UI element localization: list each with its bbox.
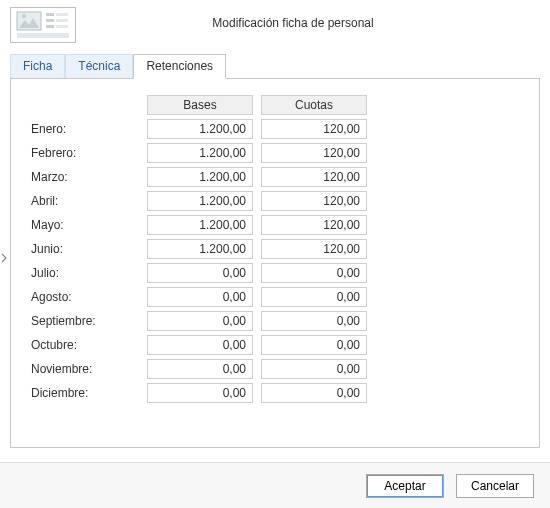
- cuotas-input[interactable]: [261, 335, 367, 355]
- svg-rect-9: [17, 33, 69, 38]
- cuotas-input[interactable]: [261, 167, 367, 187]
- month-label: Septiembre:: [31, 314, 147, 328]
- retenciones-panel: Bases Cuotas Enero:Febrero:Marzo:Abril:M…: [10, 78, 540, 448]
- cancel-button[interactable]: Cancelar: [456, 474, 534, 498]
- bases-input[interactable]: [147, 143, 253, 163]
- table-row: Junio:: [31, 239, 519, 259]
- column-header-bases: Bases: [147, 95, 253, 115]
- dialog-title: Modificación ficha de personal: [76, 16, 550, 30]
- table-row: Enero:: [31, 119, 519, 139]
- bases-input[interactable]: [147, 335, 253, 355]
- cuotas-input[interactable]: [261, 239, 367, 259]
- chevron-right-icon: [1, 253, 7, 263]
- cuotas-input[interactable]: [261, 215, 367, 235]
- svg-rect-7: [46, 25, 54, 28]
- table-row: Agosto:: [31, 287, 519, 307]
- bases-input[interactable]: [147, 167, 253, 187]
- tabs: Ficha Técnica Retenciones: [10, 54, 550, 78]
- bases-input[interactable]: [147, 383, 253, 403]
- month-label: Febrero:: [31, 146, 147, 160]
- bases-input[interactable]: [147, 119, 253, 139]
- table-row: Diciembre:: [31, 383, 519, 403]
- table-row: Septiembre:: [31, 311, 519, 331]
- svg-rect-4: [56, 13, 68, 16]
- bases-input[interactable]: [147, 215, 253, 235]
- month-label: Diciembre:: [31, 386, 147, 400]
- tab-ficha[interactable]: Ficha: [10, 54, 65, 78]
- bases-input[interactable]: [147, 263, 253, 283]
- month-label: Enero:: [31, 122, 147, 136]
- month-label: Julio:: [31, 266, 147, 280]
- accept-button[interactable]: Aceptar: [366, 474, 444, 498]
- svg-rect-6: [56, 19, 68, 22]
- table-row: Abril:: [31, 191, 519, 211]
- tab-tecnica[interactable]: Técnica: [65, 54, 133, 78]
- cuotas-input[interactable]: [261, 191, 367, 211]
- month-label: Marzo:: [31, 170, 147, 184]
- cuotas-input[interactable]: [261, 383, 367, 403]
- cuotas-input[interactable]: [261, 119, 367, 139]
- svg-point-2: [22, 14, 26, 18]
- month-label: Junio:: [31, 242, 147, 256]
- cuotas-input[interactable]: [261, 143, 367, 163]
- month-label: Mayo:: [31, 218, 147, 232]
- bases-input[interactable]: [147, 311, 253, 331]
- column-header-cuotas: Cuotas: [261, 95, 367, 115]
- personnel-card-icon: [16, 11, 70, 39]
- month-label: Noviembre:: [31, 362, 147, 376]
- cuotas-input[interactable]: [261, 359, 367, 379]
- svg-rect-3: [46, 13, 54, 16]
- svg-rect-8: [56, 25, 68, 28]
- bases-input[interactable]: [147, 191, 253, 211]
- table-row: Marzo:: [31, 167, 519, 187]
- table-row: Noviembre:: [31, 359, 519, 379]
- month-label: Octubre:: [31, 338, 147, 352]
- bases-input[interactable]: [147, 359, 253, 379]
- dialog-button-bar: Aceptar Cancelar: [0, 462, 550, 508]
- month-label: Abril:: [31, 194, 147, 208]
- table-row: Mayo:: [31, 215, 519, 235]
- table-row: Octubre:: [31, 335, 519, 355]
- svg-rect-5: [46, 19, 54, 22]
- tab-retenciones[interactable]: Retenciones: [133, 54, 226, 79]
- cuotas-input[interactable]: [261, 263, 367, 283]
- header-icon[interactable]: [10, 7, 76, 43]
- table-row: Julio:: [31, 263, 519, 283]
- table-row: Febrero:: [31, 143, 519, 163]
- cuotas-input[interactable]: [261, 311, 367, 331]
- month-label: Agosto:: [31, 290, 147, 304]
- expand-handle[interactable]: [0, 250, 8, 266]
- cuotas-input[interactable]: [261, 287, 367, 307]
- bases-input[interactable]: [147, 239, 253, 259]
- bases-input[interactable]: [147, 287, 253, 307]
